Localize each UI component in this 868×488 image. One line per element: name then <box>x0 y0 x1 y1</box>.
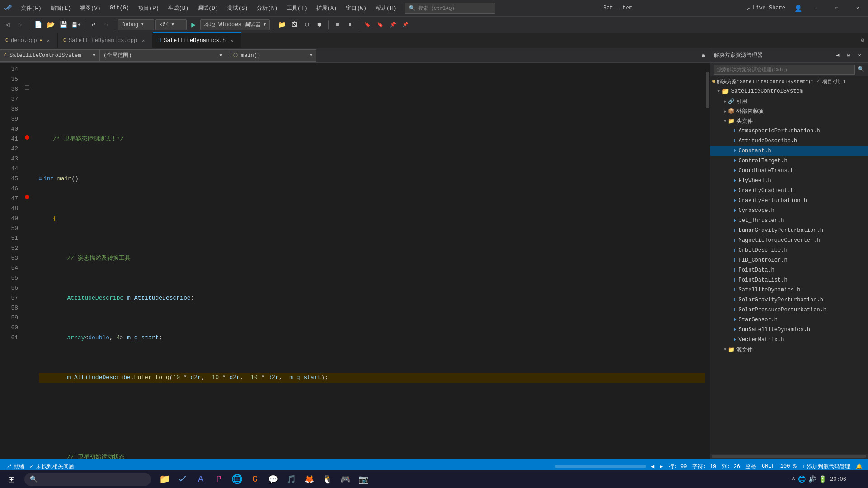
sb-nav-right[interactable]: ▶ <box>660 463 663 470</box>
tab-demo-close[interactable]: ✕ <box>45 37 52 44</box>
start-button[interactable]: ⊞ <box>0 470 23 488</box>
tree-file-constant[interactable]: H Constant.h <box>710 146 868 156</box>
user-icon[interactable]: 👤 <box>791 5 806 12</box>
scroll-thumb[interactable] <box>706 72 709 108</box>
toolbar-open-btn[interactable]: 📂 <box>45 19 57 31</box>
tab-satellite-dynamics-h[interactable]: H SatelliteDynamics.h ✕ <box>153 32 241 48</box>
tab-demo-cpp[interactable]: C demo.cpp ● ✕ <box>0 32 58 48</box>
tree-file-attitude-describe[interactable]: H AttitudeDescribe.h <box>710 136 868 146</box>
toolbar-btn-6[interactable]: ⬢ <box>314 19 326 31</box>
taskbar-chrome-icon[interactable]: 🌐 <box>229 471 245 488</box>
tree-external-deps[interactable]: ▶ 📦 外部依赖项 <box>710 106 868 116</box>
toolbar-saveall-btn[interactable]: 💾+ <box>70 19 82 31</box>
menu-file[interactable]: 文件(F) <box>16 0 46 16</box>
show-desktop-btn[interactable] <box>850 470 868 488</box>
sb-col[interactable]: 列: 26 <box>722 463 740 470</box>
tree-file-satellite-dynamics-h[interactable]: H SatelliteDynamics.h <box>710 285 868 295</box>
menu-edit[interactable]: 编辑(E) <box>46 0 76 16</box>
menu-extensions[interactable]: 扩展(X) <box>312 0 342 16</box>
menu-help[interactable]: 帮助(H) <box>371 0 401 16</box>
taskbar-app11-icon[interactable]: 🎮 <box>337 471 354 488</box>
tab-satellite-dynamics-cpp-close[interactable]: ✕ <box>140 37 147 44</box>
editor-expand-btn[interactable]: ⊞ <box>697 49 710 62</box>
tree-file-gyroscope[interactable]: H Gyroscope.h <box>710 206 868 216</box>
sb-add-source[interactable]: ↑ 添加到源代码管理 <box>802 463 850 470</box>
tab-settings-btn[interactable]: ⚙ <box>857 32 868 48</box>
taskbar-app4-icon[interactable]: P <box>211 471 227 488</box>
tree-file-gravity-gradient[interactable]: H GravityGradient.h <box>710 186 868 196</box>
tray-battery-icon[interactable]: 🔋 <box>819 475 826 483</box>
tree-file-orbit-describe[interactable]: H OrbitDescribe.h <box>710 245 868 255</box>
taskbar-vs-icon[interactable] <box>175 471 191 488</box>
close-button[interactable]: ✕ <box>847 0 868 16</box>
tree-references[interactable]: ▶ 🔗 引用 <box>710 96 868 106</box>
maximize-button[interactable]: ❐ <box>826 0 847 16</box>
tree-file-sun-satellite[interactable]: H SunSatelliteDynamics.h <box>710 325 868 335</box>
toolbar-bookmark-btn[interactable]: 🔖 <box>362 19 373 31</box>
sb-errors[interactable]: ✓ 未找到相关问题 <box>30 463 74 470</box>
tree-file-flywheel[interactable]: H FlyWheel.h <box>710 176 868 186</box>
toolbar-back-btn[interactable]: ◁ <box>2 19 14 31</box>
arch-dropdown[interactable]: x64 ▼ <box>155 19 187 30</box>
menu-git[interactable]: Git(G) <box>105 0 134 16</box>
tree-file-point-data-list[interactable]: H PointDataList.h <box>710 275 868 285</box>
sb-line[interactable]: 行: 99 <box>669 463 687 470</box>
tab-satellite-dynamics-cpp[interactable]: C SatelliteDynamics.cpp ✕ <box>58 32 153 48</box>
minimize-button[interactable]: ─ <box>806 0 826 16</box>
tree-header-files[interactable]: ▼ 📁 头文件 <box>710 116 868 126</box>
taskbar-search[interactable]: 🔍 <box>24 473 151 486</box>
toolbar-new-btn[interactable]: 📄 <box>32 19 44 31</box>
sb-char[interactable]: 字符: 19 <box>692 463 716 470</box>
taskbar-app8-icon[interactable]: 🎵 <box>283 471 299 488</box>
toolbar-btn-5[interactable]: ⬡ <box>301 19 313 31</box>
tree-file-atmospheric[interactable]: H AtmosphericPerturbation.h <box>710 126 868 136</box>
tray-network-icon[interactable]: 🌐 <box>798 475 806 483</box>
class-dropdown[interactable]: C SatelliteControlSystem ▼ <box>0 49 99 62</box>
tree-file-vecter-matrix[interactable]: H VecterMatrix.h <box>710 335 868 345</box>
toolbar-forward-btn[interactable]: ▷ <box>14 19 26 31</box>
tree-file-control-target[interactable]: H ControlTarget.h <box>710 156 868 166</box>
sb-zoom[interactable]: 100 % <box>780 463 797 469</box>
menu-test[interactable]: 测试(S) <box>223 0 253 16</box>
tree-file-point-data[interactable]: H PointData.h <box>710 265 868 275</box>
sidebar-pin-btn[interactable]: ◄ <box>833 51 843 61</box>
sb-spaces[interactable]: 空格 <box>745 463 756 470</box>
tree-file-lunar-gravity[interactable]: H LunarGravityPerturbation.h <box>710 225 868 235</box>
toolbar-align2-btn[interactable]: ≡ <box>344 19 356 31</box>
tree-source-files[interactable]: ▼ 📁 源文件 <box>710 345 868 355</box>
tree-project-root[interactable]: ▼ 📁 SatelliteControlSystem <box>710 86 868 96</box>
toolbar-redo-btn[interactable]: ↪ <box>100 19 112 31</box>
taskbar-app3-icon[interactable]: A <box>193 471 209 488</box>
sidebar-search-input[interactable] <box>714 65 855 75</box>
tree-file-solar-pressure[interactable]: H SolarPressurePerturbation.h <box>710 305 868 315</box>
tray-expand-icon[interactable]: ^ <box>792 476 795 483</box>
sb-notification-bell[interactable]: 🔔 <box>856 463 863 470</box>
code-editor[interactable]: /* 卫星姿态控制测试！*/ ⊟int main() { // 姿态描述及转换工… <box>32 63 705 459</box>
sb-git-branch[interactable]: ⎇ 就绪 <box>5 463 24 470</box>
sidebar-hscrollbar[interactable] <box>710 454 868 459</box>
tab-satellite-dynamics-h-close[interactable]: ✕ <box>228 37 236 44</box>
tree-solution-root[interactable]: ⊞ 解决方案"SatelliteControlSystem"(1 个项目/共 1 <box>710 76 868 86</box>
taskbar-app6-icon[interactable]: G <box>247 471 263 488</box>
taskbar-app7-icon[interactable]: 💬 <box>265 471 281 488</box>
vertical-scrollbar[interactable] <box>705 63 710 459</box>
menu-view[interactable]: 视图(V) <box>75 0 105 16</box>
menu-window[interactable]: 窗口(W) <box>341 0 371 16</box>
live-share-button[interactable]: ↗ Live Share <box>741 5 791 12</box>
toolbar-undo-btn[interactable]: ↩ <box>88 19 99 31</box>
tree-file-solar-gravity[interactable]: H SolarGravityPerturbation.h <box>710 295 868 305</box>
toolbar-bookmark4-btn[interactable]: 📌 <box>400 19 411 31</box>
toolbar-folder-btn[interactable]: 📁 <box>276 19 288 31</box>
sb-encoding[interactable]: CRLF <box>762 463 775 469</box>
debug-config-dropdown[interactable]: Debug ▼ <box>118 19 154 30</box>
toolbar-align-btn[interactable]: ≡ <box>331 19 343 31</box>
run-button[interactable]: ▶ <box>188 19 199 31</box>
toolbar-bookmark2-btn[interactable]: 🔖 <box>374 19 386 31</box>
taskbar-clock[interactable]: 20:06 <box>830 476 850 483</box>
menu-project[interactable]: 项目(P) <box>134 0 164 16</box>
fn-dropdown[interactable]: f() main() ▼ <box>226 49 316 62</box>
taskbar-app12-icon[interactable]: 📷 <box>355 471 372 488</box>
taskbar-app9-icon[interactable]: 🦊 <box>301 471 317 488</box>
taskbar-app10-icon[interactable]: 🐧 <box>319 471 335 488</box>
search-box[interactable]: 🔍 搜索 (Ctrl+Q) <box>405 3 495 14</box>
